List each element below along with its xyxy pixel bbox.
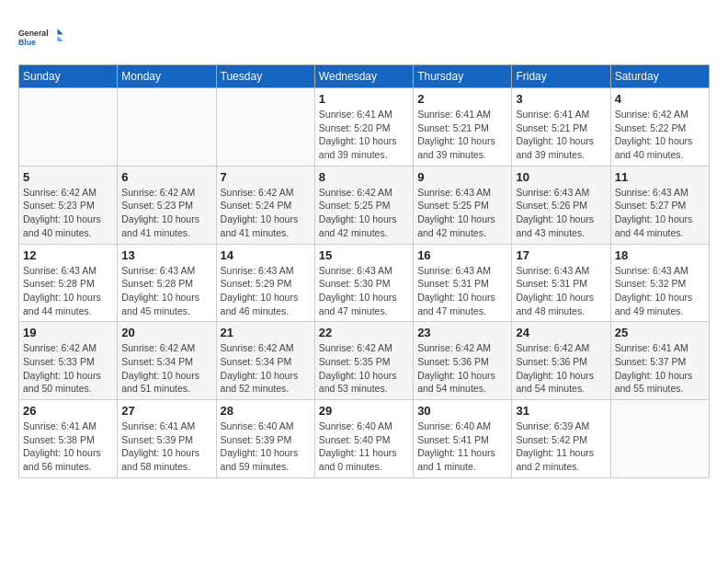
day-number: 30 xyxy=(417,404,507,418)
day-number: 27 xyxy=(121,404,211,418)
day-info: Sunrise: 6:42 AM Sunset: 5:24 PM Dayligh… xyxy=(221,186,311,240)
day-info: Sunrise: 6:43 AM Sunset: 5:31 PM Dayligh… xyxy=(516,264,606,318)
day-info: Sunrise: 6:40 AM Sunset: 5:39 PM Dayligh… xyxy=(221,419,311,474)
day-info: Sunrise: 6:42 AM Sunset: 5:35 PM Dayligh… xyxy=(319,341,409,396)
day-cell-9: 9Sunrise: 6:43 AM Sunset: 5:25 PM Daylig… xyxy=(414,166,512,244)
logo-svg: General Blue xyxy=(18,18,64,55)
day-info: Sunrise: 6:42 AM Sunset: 5:23 PM Dayligh… xyxy=(23,186,113,240)
day-cell-29: 29Sunrise: 6:40 AM Sunset: 5:40 PM Dayli… xyxy=(314,400,413,478)
day-info: Sunrise: 6:43 AM Sunset: 5:28 PM Dayligh… xyxy=(23,264,113,318)
day-info: Sunrise: 6:43 AM Sunset: 5:27 PM Dayligh… xyxy=(615,186,705,240)
day-cell-18: 18Sunrise: 6:43 AM Sunset: 5:32 PM Dayli… xyxy=(610,244,709,322)
day-info: Sunrise: 6:42 AM Sunset: 5:22 PM Dayligh… xyxy=(615,108,705,162)
week-row-5: 26Sunrise: 6:41 AM Sunset: 5:38 PM Dayli… xyxy=(19,400,710,478)
day-number: 16 xyxy=(417,248,507,262)
day-cell-13: 13Sunrise: 6:43 AM Sunset: 5:28 PM Dayli… xyxy=(118,244,216,322)
day-number: 10 xyxy=(516,170,606,184)
day-number: 15 xyxy=(319,248,409,262)
header-sunday: Sunday xyxy=(19,65,118,88)
day-number: 3 xyxy=(516,92,606,106)
day-cell-10: 10Sunrise: 6:43 AM Sunset: 5:26 PM Dayli… xyxy=(512,166,610,244)
day-info: Sunrise: 6:41 AM Sunset: 5:21 PM Dayligh… xyxy=(417,108,507,162)
week-row-3: 12Sunrise: 6:43 AM Sunset: 5:28 PM Dayli… xyxy=(19,244,710,322)
day-info: Sunrise: 6:42 AM Sunset: 5:36 PM Dayligh… xyxy=(417,341,507,396)
day-number: 29 xyxy=(319,404,409,418)
day-cell-11: 11Sunrise: 6:43 AM Sunset: 5:27 PM Dayli… xyxy=(610,166,709,244)
svg-marker-3 xyxy=(58,36,63,41)
day-cell-2: 2Sunrise: 6:41 AM Sunset: 5:21 PM Daylig… xyxy=(414,88,512,167)
header-wednesday: Wednesday xyxy=(314,65,413,88)
day-number: 11 xyxy=(615,170,705,184)
day-info: Sunrise: 6:42 AM Sunset: 5:33 PM Dayligh… xyxy=(23,341,113,396)
day-cell-24: 24Sunrise: 6:42 AM Sunset: 5:36 PM Dayli… xyxy=(512,322,610,400)
day-number: 7 xyxy=(221,170,311,184)
empty-cell xyxy=(118,88,216,167)
svg-text:Blue: Blue xyxy=(18,38,36,47)
day-info: Sunrise: 6:42 AM Sunset: 5:23 PM Dayligh… xyxy=(121,186,211,240)
day-cell-8: 8Sunrise: 6:42 AM Sunset: 5:25 PM Daylig… xyxy=(314,166,413,244)
day-cell-14: 14Sunrise: 6:43 AM Sunset: 5:29 PM Dayli… xyxy=(216,244,314,322)
day-number: 31 xyxy=(516,404,606,418)
day-info: Sunrise: 6:42 AM Sunset: 5:25 PM Dayligh… xyxy=(319,186,409,240)
day-cell-6: 6Sunrise: 6:42 AM Sunset: 5:23 PM Daylig… xyxy=(118,166,216,244)
day-number: 13 xyxy=(121,248,211,262)
day-cell-1: 1Sunrise: 6:41 AM Sunset: 5:20 PM Daylig… xyxy=(314,88,413,167)
logo: General Blue xyxy=(18,18,64,55)
week-row-2: 5Sunrise: 6:42 AM Sunset: 5:23 PM Daylig… xyxy=(19,166,710,244)
day-number: 20 xyxy=(121,326,211,339)
day-info: Sunrise: 6:40 AM Sunset: 5:40 PM Dayligh… xyxy=(319,419,409,474)
day-number: 1 xyxy=(319,92,409,106)
day-info: Sunrise: 6:43 AM Sunset: 5:31 PM Dayligh… xyxy=(417,264,507,318)
day-cell-23: 23Sunrise: 6:42 AM Sunset: 5:36 PM Dayli… xyxy=(414,322,512,400)
day-cell-17: 17Sunrise: 6:43 AM Sunset: 5:31 PM Dayli… xyxy=(512,244,610,322)
day-cell-22: 22Sunrise: 6:42 AM Sunset: 5:35 PM Dayli… xyxy=(314,322,413,400)
day-number: 28 xyxy=(221,404,311,418)
day-cell-30: 30Sunrise: 6:40 AM Sunset: 5:41 PM Dayli… xyxy=(414,400,512,478)
day-info: Sunrise: 6:43 AM Sunset: 5:25 PM Dayligh… xyxy=(417,186,507,240)
day-number: 8 xyxy=(319,170,409,184)
day-number: 19 xyxy=(23,326,113,339)
days-header-row: SundayMondayTuesdayWednesdayThursdayFrid… xyxy=(19,65,710,88)
day-cell-25: 25Sunrise: 6:41 AM Sunset: 5:37 PM Dayli… xyxy=(610,322,709,400)
day-cell-20: 20Sunrise: 6:42 AM Sunset: 5:34 PM Dayli… xyxy=(118,322,216,400)
day-info: Sunrise: 6:43 AM Sunset: 5:26 PM Dayligh… xyxy=(516,186,606,240)
day-number: 14 xyxy=(221,248,311,262)
day-cell-21: 21Sunrise: 6:42 AM Sunset: 5:34 PM Dayli… xyxy=(216,322,314,400)
day-cell-26: 26Sunrise: 6:41 AM Sunset: 5:38 PM Dayli… xyxy=(19,400,118,478)
day-number: 26 xyxy=(23,404,113,418)
day-cell-27: 27Sunrise: 6:41 AM Sunset: 5:39 PM Dayli… xyxy=(118,400,216,478)
day-number: 22 xyxy=(319,326,409,339)
header-thursday: Thursday xyxy=(414,65,512,88)
day-info: Sunrise: 6:42 AM Sunset: 5:34 PM Dayligh… xyxy=(221,341,311,396)
day-number: 21 xyxy=(221,326,311,339)
day-number: 6 xyxy=(121,170,211,184)
day-cell-15: 15Sunrise: 6:43 AM Sunset: 5:30 PM Dayli… xyxy=(314,244,413,322)
calendar-table: SundayMondayTuesdayWednesdayThursdayFrid… xyxy=(18,64,710,478)
day-info: Sunrise: 6:39 AM Sunset: 5:42 PM Dayligh… xyxy=(516,419,606,474)
day-info: Sunrise: 6:43 AM Sunset: 5:28 PM Dayligh… xyxy=(121,264,211,318)
day-cell-7: 7Sunrise: 6:42 AM Sunset: 5:24 PM Daylig… xyxy=(216,166,314,244)
day-info: Sunrise: 6:43 AM Sunset: 5:30 PM Dayligh… xyxy=(319,264,409,318)
empty-cell xyxy=(19,88,118,167)
day-number: 23 xyxy=(417,326,507,339)
day-info: Sunrise: 6:42 AM Sunset: 5:34 PM Dayligh… xyxy=(121,341,211,396)
empty-cell xyxy=(610,400,709,478)
day-number: 18 xyxy=(615,248,705,262)
day-cell-16: 16Sunrise: 6:43 AM Sunset: 5:31 PM Dayli… xyxy=(414,244,512,322)
header-friday: Friday xyxy=(512,65,610,88)
day-info: Sunrise: 6:43 AM Sunset: 5:32 PM Dayligh… xyxy=(615,264,705,318)
day-number: 25 xyxy=(615,326,705,339)
day-cell-3: 3Sunrise: 6:41 AM Sunset: 5:21 PM Daylig… xyxy=(512,88,610,167)
day-info: Sunrise: 6:43 AM Sunset: 5:29 PM Dayligh… xyxy=(221,264,311,318)
day-cell-31: 31Sunrise: 6:39 AM Sunset: 5:42 PM Dayli… xyxy=(512,400,610,478)
week-row-1: 1Sunrise: 6:41 AM Sunset: 5:20 PM Daylig… xyxy=(19,88,710,167)
day-info: Sunrise: 6:41 AM Sunset: 5:38 PM Dayligh… xyxy=(23,419,113,474)
svg-marker-2 xyxy=(58,29,63,34)
page-header: General Blue xyxy=(18,18,710,55)
day-info: Sunrise: 6:40 AM Sunset: 5:41 PM Dayligh… xyxy=(417,419,507,474)
day-number: 9 xyxy=(417,170,507,184)
day-number: 4 xyxy=(615,92,705,106)
day-number: 5 xyxy=(23,170,113,184)
day-info: Sunrise: 6:41 AM Sunset: 5:37 PM Dayligh… xyxy=(615,341,705,396)
day-info: Sunrise: 6:41 AM Sunset: 5:20 PM Dayligh… xyxy=(319,108,409,162)
